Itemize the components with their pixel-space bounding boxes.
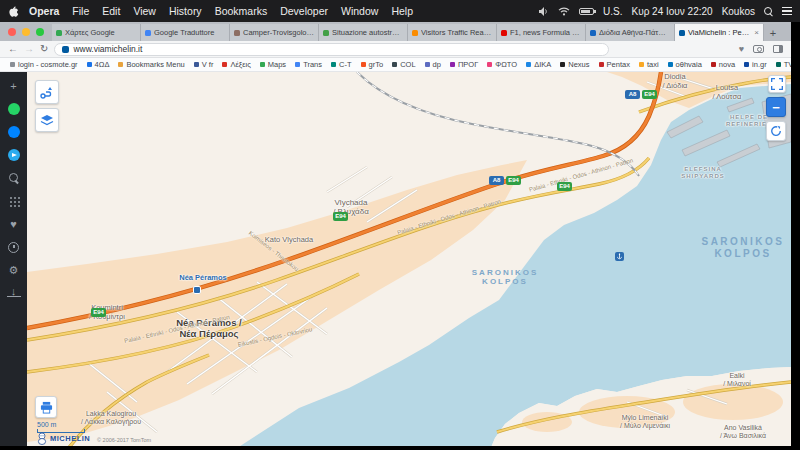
bookmark-item[interactable]: ΦΩΤΟ [487, 60, 517, 69]
menu-window[interactable]: Window [341, 5, 378, 17]
tab-title: Google Traduttore [154, 28, 225, 37]
menu-developer[interactable]: Developer [280, 5, 328, 17]
bookmark-item[interactable]: taxi [639, 60, 659, 69]
bookmark-item[interactable]: V fr [194, 60, 214, 69]
close-window-button[interactable] [8, 28, 16, 36]
menu-file[interactable]: File [72, 5, 89, 17]
bookmark-item[interactable]: ΠΡΟΓ [450, 60, 478, 69]
bookmark-favicon [222, 62, 227, 67]
volume-icon[interactable] [539, 7, 549, 16]
browser-tab[interactable]: Situazione autostrada Patras × [319, 24, 408, 41]
road-shield-e94-2: E94 [333, 212, 348, 221]
tab-favicon [323, 30, 329, 36]
bookmark-label: dp [433, 60, 441, 69]
apps-grid-icon[interactable] [10, 197, 12, 199]
menu-bookmarks[interactable]: Bookmarks [215, 5, 268, 17]
bookmarks-bar: login - cosmote.gr 4ΩΔ Bookmarks Menu V … [0, 58, 791, 72]
browser-tab[interactable]: ViaMichelin : Percorsi, Mapp... × [675, 24, 764, 41]
map-layers-button[interactable] [35, 108, 59, 132]
tab-title: ViaMichelin : Percorsi, Mapp... [688, 28, 751, 37]
fullscreen-button[interactable] [768, 75, 786, 93]
bookmark-favicon [425, 62, 430, 67]
bookmark-item[interactable]: Bookmarks Menu [118, 60, 184, 69]
input-source[interactable]: U.S. [603, 6, 622, 17]
bookmark-item[interactable]: C-T [331, 60, 352, 69]
bookmark-favicon [194, 62, 199, 67]
settings-gear-icon[interactable]: ⚙ [7, 263, 21, 277]
spotlight-search-icon[interactable] [764, 7, 773, 16]
tab-favicon [234, 30, 240, 36]
wifi-icon[interactable] [558, 7, 570, 16]
sidebar-toggle-icon[interactable] [773, 45, 783, 53]
menu-view[interactable]: View [133, 5, 156, 17]
bookmark-item[interactable]: Trans [295, 60, 322, 69]
browser-tab[interactable]: Google Traduttore × [141, 24, 230, 41]
browser-tab[interactable]: Visitors Traffic Real Time Sta... × [408, 24, 497, 41]
bookmark-heart-icon[interactable]: ♥ [739, 44, 744, 54]
bookmark-item[interactable]: Nexus [560, 60, 589, 69]
bookmark-label: Trans [303, 60, 322, 69]
bookmark-item[interactable]: nova [711, 60, 735, 69]
bookmark-item[interactable]: 4ΩΔ [87, 60, 110, 69]
bookmark-item[interactable]: dp [425, 60, 441, 69]
locate-reset-button[interactable] [766, 121, 786, 141]
bookmark-item[interactable]: oθhvaia [668, 60, 702, 69]
bookmark-item[interactable]: in.gr [744, 60, 767, 69]
messenger-icon[interactable] [8, 126, 20, 138]
apple-menu-icon[interactable] [8, 5, 19, 18]
app-menus: Opera File Edit View History Bookmarks D… [29, 5, 413, 17]
map-canvas[interactable] [27, 72, 791, 446]
bookmark-item[interactable]: grTo [361, 60, 384, 69]
telegram-icon[interactable] [8, 149, 20, 161]
bookmark-favicon [361, 62, 366, 67]
tab-close-icon[interactable]: × [754, 28, 759, 37]
viamichelin-map[interactable]: Loutsa/ Λούτσα Diodia/ Διόδια Vlychada/ … [27, 72, 791, 446]
bookmark-label: C-T [339, 60, 352, 69]
opera-browser-window: Χάρτες Google × Google Traduttore × Camp… [0, 22, 791, 446]
notification-center-icon[interactable] [782, 7, 792, 15]
back-button[interactable]: ← [8, 44, 18, 54]
desktop: Opera File Edit View History Bookmarks D… [0, 0, 800, 450]
address-bar[interactable]: www.viamichelin.it [54, 43, 609, 56]
zoom-out-button[interactable]: − [766, 97, 786, 117]
station-icon [193, 286, 201, 294]
menubar-user[interactable]: Koukos [722, 6, 755, 17]
bookmark-item[interactable]: Pentax [599, 60, 630, 69]
toolbar-right-icons: ♥ [739, 44, 783, 54]
print-button[interactable] [35, 396, 57, 418]
browser-tab[interactable]: Camper-Trovisgolo - Appart... × [230, 24, 319, 41]
bookmark-item[interactable]: login - cosmote.gr [10, 60, 78, 69]
browser-tab[interactable]: Διόδια Αθήνα-Πάτρας × [586, 24, 675, 41]
new-tab-button[interactable]: + [764, 24, 782, 41]
address-toolbar: ← → ↻ www.viamichelin.it ♥ [0, 41, 791, 58]
bookmark-item[interactable]: Λέξεις [222, 60, 250, 69]
forward-button[interactable]: → [24, 44, 34, 54]
browser-tab[interactable]: F1, news Formula 1, ultime n... × [497, 24, 586, 41]
menu-edit[interactable]: Edit [102, 5, 120, 17]
bookmark-favicon [260, 62, 265, 67]
minimize-window-button[interactable] [22, 28, 30, 36]
zoom-window-button[interactable] [36, 28, 44, 36]
menu-help[interactable]: Help [391, 5, 413, 17]
menu-opera[interactable]: Opera [29, 5, 59, 17]
battery-icon[interactable] [579, 8, 594, 15]
bookmark-item[interactable]: Maps [260, 60, 286, 69]
route-planner-button[interactable] [35, 80, 59, 104]
browser-tab[interactable]: Χάρτες Google × [52, 24, 141, 41]
bookmark-item[interactable]: TVSS [776, 60, 791, 69]
history-clock-icon[interactable] [8, 242, 19, 253]
speed-dial-icon[interactable]: + [7, 79, 21, 93]
bookmark-item[interactable]: ΔΙΚΑ [526, 60, 551, 69]
bookmarks-heart-icon[interactable]: ♥ [7, 217, 21, 231]
menu-history[interactable]: History [169, 5, 202, 17]
snapshot-icon[interactable] [753, 45, 764, 53]
bookmark-favicon [450, 62, 455, 67]
bookmark-item[interactable]: COL [392, 60, 415, 69]
reload-button[interactable]: ↻ [40, 44, 48, 54]
tab-favicon [679, 30, 685, 36]
search-icon[interactable] [9, 173, 19, 183]
menubar-clock[interactable]: Κυρ 24 Ιουν 22:20 [632, 6, 713, 17]
downloads-icon[interactable]: ↓ [7, 286, 21, 297]
tab-favicon [56, 30, 62, 36]
whatsapp-icon[interactable] [8, 103, 20, 115]
